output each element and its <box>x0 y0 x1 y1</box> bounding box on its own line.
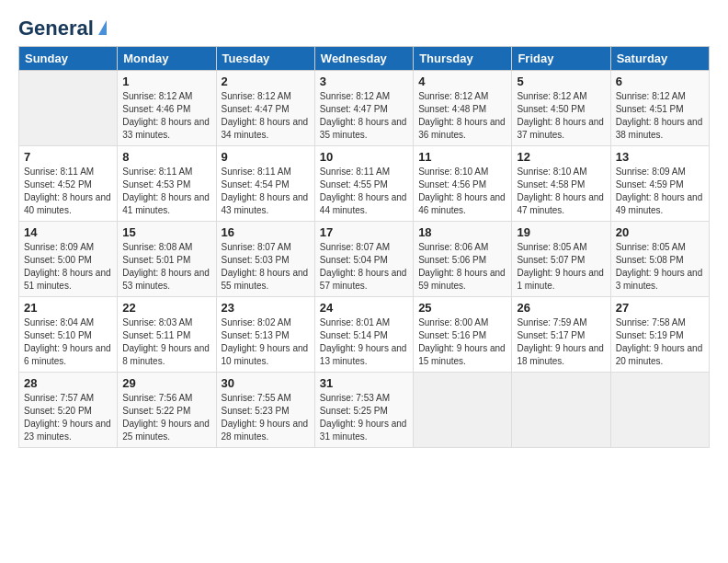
day-cell: 22Sunrise: 8:03 AMSunset: 5:11 PMDayligh… <box>118 297 216 373</box>
day-number: 31 <box>320 376 408 390</box>
day-info: Sunrise: 8:02 AMSunset: 5:13 PMDaylight:… <box>222 316 310 368</box>
weekday-header-friday: Friday <box>512 47 610 71</box>
day-cell: 3Sunrise: 8:12 AMSunset: 4:47 PMDaylight… <box>314 71 413 146</box>
day-info: Sunrise: 8:03 AMSunset: 5:11 PMDaylight:… <box>122 316 210 368</box>
day-info: Sunrise: 8:06 AMSunset: 5:06 PMDaylight:… <box>418 241 506 293</box>
day-info: Sunrise: 8:00 AMSunset: 5:16 PMDaylight:… <box>418 316 506 368</box>
day-info: Sunrise: 8:08 AMSunset: 5:01 PMDaylight:… <box>122 241 210 293</box>
day-cell: 12Sunrise: 8:10 AMSunset: 4:58 PMDayligh… <box>512 146 610 222</box>
day-cell: 27Sunrise: 7:58 AMSunset: 5:19 PMDayligh… <box>610 297 709 373</box>
day-info: Sunrise: 8:11 AMSunset: 4:55 PMDaylight:… <box>320 166 408 217</box>
day-number: 1 <box>122 75 210 88</box>
day-cell: 31Sunrise: 7:53 AMSunset: 5:25 PMDayligh… <box>314 373 413 448</box>
day-cell: 8Sunrise: 8:11 AMSunset: 4:53 PMDaylight… <box>118 146 216 222</box>
day-number: 30 <box>222 376 310 390</box>
day-number: 20 <box>616 225 704 239</box>
day-cell: 18Sunrise: 8:06 AMSunset: 5:06 PMDayligh… <box>414 222 512 297</box>
weekday-header-monday: Monday <box>118 47 216 71</box>
day-number: 23 <box>222 301 310 315</box>
page-container: General SundayMondayTuesdayWednesdayThur… <box>0 0 728 457</box>
day-number: 10 <box>320 150 408 164</box>
day-cell: 28Sunrise: 7:57 AMSunset: 5:20 PMDayligh… <box>19 373 118 448</box>
day-info: Sunrise: 8:04 AMSunset: 5:10 PMDaylight:… <box>24 316 112 368</box>
day-info: Sunrise: 8:12 AMSunset: 4:47 PMDaylight:… <box>222 90 310 142</box>
weekday-header-thursday: Thursday <box>414 47 512 71</box>
day-number: 27 <box>616 301 704 315</box>
week-row-5: 28Sunrise: 7:57 AMSunset: 5:20 PMDayligh… <box>19 373 710 448</box>
day-info: Sunrise: 8:07 AMSunset: 5:03 PMDaylight:… <box>222 241 310 293</box>
weekday-header-sunday: Sunday <box>19 47 118 71</box>
day-info: Sunrise: 8:05 AMSunset: 5:07 PMDaylight:… <box>517 241 605 293</box>
day-cell: 26Sunrise: 7:59 AMSunset: 5:17 PMDayligh… <box>512 297 610 373</box>
day-info: Sunrise: 8:11 AMSunset: 4:54 PMDaylight:… <box>222 166 310 217</box>
day-info: Sunrise: 8:11 AMSunset: 4:53 PMDaylight:… <box>122 166 210 217</box>
day-number: 13 <box>616 150 704 164</box>
day-number: 9 <box>222 150 310 164</box>
day-cell: 6Sunrise: 8:12 AMSunset: 4:51 PMDaylight… <box>610 71 709 146</box>
day-cell <box>19 71 118 146</box>
day-info: Sunrise: 7:53 AMSunset: 5:25 PMDaylight:… <box>320 392 408 443</box>
day-cell: 9Sunrise: 8:11 AMSunset: 4:54 PMDaylight… <box>216 146 314 222</box>
logo-icon <box>98 20 107 35</box>
day-number: 11 <box>418 150 506 164</box>
day-number: 17 <box>320 225 408 239</box>
day-number: 7 <box>24 150 112 164</box>
day-number: 21 <box>24 301 112 315</box>
day-number: 19 <box>517 225 605 239</box>
day-number: 26 <box>517 301 605 315</box>
day-cell <box>414 373 512 448</box>
day-number: 4 <box>418 75 506 88</box>
day-cell: 20Sunrise: 8:05 AMSunset: 5:08 PMDayligh… <box>610 222 709 297</box>
day-info: Sunrise: 7:56 AMSunset: 5:22 PMDaylight:… <box>122 392 210 443</box>
day-cell: 1Sunrise: 8:12 AMSunset: 4:46 PMDaylight… <box>118 71 216 146</box>
day-cell: 19Sunrise: 8:05 AMSunset: 5:07 PMDayligh… <box>512 222 610 297</box>
day-cell: 14Sunrise: 8:09 AMSunset: 5:00 PMDayligh… <box>19 222 118 297</box>
day-cell: 17Sunrise: 8:07 AMSunset: 5:04 PMDayligh… <box>314 222 413 297</box>
day-cell: 30Sunrise: 7:55 AMSunset: 5:23 PMDayligh… <box>216 373 314 448</box>
weekday-header-row: SundayMondayTuesdayWednesdayThursdayFrid… <box>19 47 710 71</box>
day-cell: 21Sunrise: 8:04 AMSunset: 5:10 PMDayligh… <box>19 297 118 373</box>
day-number: 5 <box>517 75 605 88</box>
logo: General <box>18 17 107 37</box>
day-info: Sunrise: 8:12 AMSunset: 4:50 PMDaylight:… <box>517 90 605 142</box>
day-info: Sunrise: 8:10 AMSunset: 4:56 PMDaylight:… <box>418 166 506 217</box>
day-number: 15 <box>122 225 210 239</box>
day-cell: 11Sunrise: 8:10 AMSunset: 4:56 PMDayligh… <box>414 146 512 222</box>
day-info: Sunrise: 8:11 AMSunset: 4:52 PMDaylight:… <box>24 166 112 217</box>
day-info: Sunrise: 7:58 AMSunset: 5:19 PMDaylight:… <box>616 316 704 368</box>
day-number: 18 <box>418 225 506 239</box>
day-cell: 4Sunrise: 8:12 AMSunset: 4:48 PMDaylight… <box>414 71 512 146</box>
calendar-table: SundayMondayTuesdayWednesdayThursdayFrid… <box>18 46 710 448</box>
day-number: 2 <box>222 75 310 88</box>
day-info: Sunrise: 8:07 AMSunset: 5:04 PMDaylight:… <box>320 241 408 293</box>
day-info: Sunrise: 8:09 AMSunset: 4:59 PMDaylight:… <box>616 166 704 217</box>
day-number: 28 <box>24 376 112 390</box>
day-info: Sunrise: 8:01 AMSunset: 5:14 PMDaylight:… <box>320 316 408 368</box>
day-cell: 25Sunrise: 8:00 AMSunset: 5:16 PMDayligh… <box>414 297 512 373</box>
day-info: Sunrise: 7:57 AMSunset: 5:20 PMDaylight:… <box>24 392 112 443</box>
week-row-3: 14Sunrise: 8:09 AMSunset: 5:00 PMDayligh… <box>19 222 710 297</box>
day-number: 12 <box>517 150 605 164</box>
day-cell: 13Sunrise: 8:09 AMSunset: 4:59 PMDayligh… <box>610 146 709 222</box>
day-number: 22 <box>122 301 210 315</box>
day-cell: 24Sunrise: 8:01 AMSunset: 5:14 PMDayligh… <box>314 297 413 373</box>
day-info: Sunrise: 8:05 AMSunset: 5:08 PMDaylight:… <box>616 241 704 293</box>
day-cell <box>512 373 610 448</box>
day-cell: 15Sunrise: 8:08 AMSunset: 5:01 PMDayligh… <box>118 222 216 297</box>
weekday-header-saturday: Saturday <box>610 47 709 71</box>
day-number: 14 <box>24 225 112 239</box>
day-cell: 2Sunrise: 8:12 AMSunset: 4:47 PMDaylight… <box>216 71 314 146</box>
day-number: 24 <box>320 301 408 315</box>
day-cell: 29Sunrise: 7:56 AMSunset: 5:22 PMDayligh… <box>118 373 216 448</box>
day-cell: 5Sunrise: 8:12 AMSunset: 4:50 PMDaylight… <box>512 71 610 146</box>
day-number: 16 <box>222 225 310 239</box>
weekday-header-wednesday: Wednesday <box>314 47 413 71</box>
week-row-1: 1Sunrise: 8:12 AMSunset: 4:46 PMDaylight… <box>19 71 710 146</box>
day-info: Sunrise: 7:55 AMSunset: 5:23 PMDaylight:… <box>222 392 310 443</box>
day-info: Sunrise: 8:10 AMSunset: 4:58 PMDaylight:… <box>517 166 605 217</box>
day-info: Sunrise: 8:09 AMSunset: 5:00 PMDaylight:… <box>24 241 112 293</box>
day-cell: 10Sunrise: 8:11 AMSunset: 4:55 PMDayligh… <box>314 146 413 222</box>
day-cell: 7Sunrise: 8:11 AMSunset: 4:52 PMDaylight… <box>19 146 118 222</box>
week-row-4: 21Sunrise: 8:04 AMSunset: 5:10 PMDayligh… <box>19 297 710 373</box>
day-number: 6 <box>616 75 704 88</box>
